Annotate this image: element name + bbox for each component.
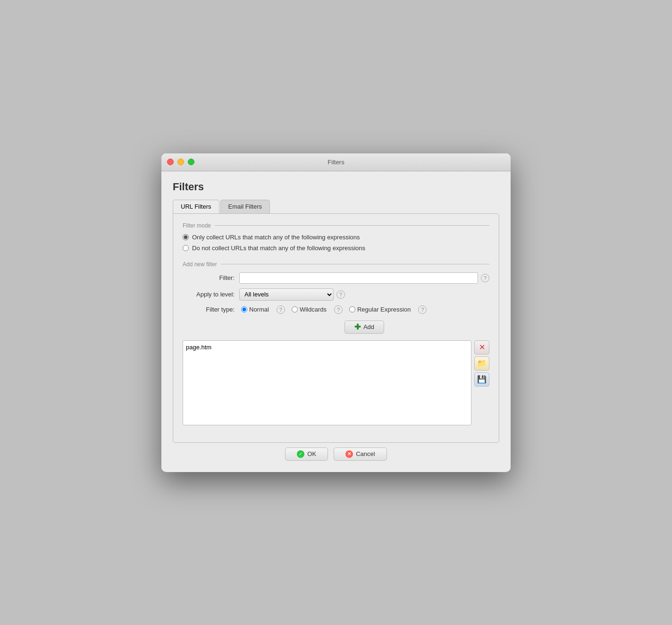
filter-type-label: Filter type:	[183, 306, 235, 313]
window-controls	[167, 159, 194, 165]
save-icon: 💾	[477, 375, 487, 384]
filter-list-textarea[interactable]: page.htm	[183, 340, 471, 425]
filter-help-icon[interactable]: ?	[481, 274, 489, 282]
minimize-button[interactable]	[177, 159, 184, 165]
window-title: Filters	[328, 159, 344, 166]
cancel-button[interactable]: ✕ Cancel	[334, 448, 386, 461]
filter-mode-group: Only collect URLs that match any of the …	[183, 234, 489, 252]
main-window: Filters Filters URL Filters Email Filter…	[161, 153, 511, 472]
filter-label: Filter:	[183, 274, 235, 281]
cancel-icon: ✕	[345, 450, 353, 458]
add-new-filter-header: Add new filter	[183, 261, 489, 268]
apply-level-select[interactable]: All levels Level 0 Level 1 Level 2 Level…	[239, 288, 334, 301]
maximize-button[interactable]	[188, 159, 194, 165]
open-folder-button[interactable]: 📁	[474, 356, 489, 371]
filter-mode-header: Filter mode	[183, 222, 489, 229]
tab-email-filters[interactable]: Email Filters	[220, 200, 270, 213]
tabs-row: URL Filters Email Filters	[173, 200, 499, 213]
apply-level-help-icon[interactable]: ?	[336, 290, 345, 299]
ok-button[interactable]: ✓ OK	[285, 448, 328, 461]
radio-wildcards[interactable]: Wildcards	[292, 306, 327, 313]
wildcards-help-icon[interactable]: ?	[334, 305, 343, 314]
filter-input-row: Filter: ?	[183, 272, 489, 284]
close-button[interactable]	[167, 159, 174, 165]
add-button[interactable]: ✚ Add	[344, 321, 384, 334]
delete-filter-button[interactable]: ✕	[474, 340, 489, 355]
filter-input[interactable]	[239, 272, 478, 284]
filter-list-buttons: ✕ 📁 💾	[474, 340, 489, 425]
titlebar: Filters	[161, 153, 511, 171]
regex-help-icon[interactable]: ?	[418, 305, 427, 314]
filter-list-container: page.htm ✕ 📁 💾	[183, 340, 489, 425]
radio-do-not-collect[interactable]: Do not collect URLs that match any of th…	[183, 245, 489, 252]
add-filter-form: Filter: ? Apply to level: All levels Lev…	[183, 272, 489, 334]
radio-only-collect[interactable]: Only collect URLs that match any of the …	[183, 234, 489, 241]
ok-icon: ✓	[297, 450, 304, 458]
delete-icon: ✕	[479, 343, 485, 352]
filter-type-row: Filter type: Normal ? Wildcards ?	[183, 305, 489, 314]
add-button-row: ✚ Add	[183, 321, 489, 334]
normal-help-icon[interactable]: ?	[277, 305, 285, 314]
save-button[interactable]: 💾	[474, 372, 489, 387]
window-body: Filters URL Filters Email Filters Filter…	[161, 171, 511, 472]
folder-icon: 📁	[477, 359, 487, 368]
apply-level-row: Apply to level: All levels Level 0 Level…	[183, 288, 489, 301]
tab-content: Filter mode Only collect URLs that match…	[173, 213, 499, 443]
tab-url-filters[interactable]: URL Filters	[173, 200, 219, 213]
apply-level-label: Apply to level:	[183, 291, 235, 298]
radio-normal[interactable]: Normal	[241, 306, 269, 313]
page-title: Filters	[173, 181, 499, 193]
bottom-buttons: ✓ OK ✕ Cancel	[173, 443, 499, 461]
plus-icon: ✚	[354, 323, 361, 331]
radio-regex[interactable]: Regular Expression	[349, 306, 411, 313]
